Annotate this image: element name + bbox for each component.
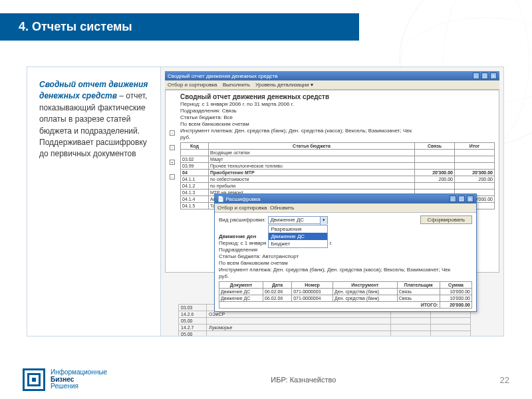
filter-button[interactable]: Отбор и сортировка [168,82,217,88]
slide-footer: Информационные Бизнес Решения ИБР: Казна… [0,368,532,391]
maximize-icon[interactable]: □ [458,196,465,202]
table-row: 03.02Мазут [181,156,495,163]
kind-select[interactable]: Движение ДС ▾ Разрешения Движение ДС Бюд… [268,216,328,224]
th-payer: Плательщик [397,282,440,289]
form-button[interactable]: Сформировать [420,215,472,224]
drilldown-titlebar: 📄 Расшифровка - □ × [215,194,476,203]
logo-line: Бизнес [51,376,74,383]
dd-articles: Статьи бюджета: Автотранспорт [219,253,472,259]
total-row: ИТОГО: 20'000.00 [219,302,472,309]
drilldown-title: Расшифровка [225,196,260,202]
report-unit: руб. [180,134,495,140]
logo-line: Решения [51,382,78,390]
th-date: Дата [263,282,292,289]
run-button[interactable]: Выполнить [223,82,250,88]
report-period: Период: с 1 января 2006 г. по 31 марта 2… [180,101,495,107]
table-row: 04.1.2по прибыли [181,183,495,190]
th-doc: Документ [219,282,263,289]
main-toolbar: Отбор и сортировка Выполнить Уровень дет… [165,80,499,90]
drilldown-window: 📄 Расшифровка - □ × Отбор и сортировка О… [214,194,477,312]
kind-select-value: Движение ДС [270,217,304,223]
table-row: 14.2.7Лукоморье [179,325,471,331]
dd-filter-button[interactable]: Отбор и сортировка [217,205,267,211]
maximize-icon[interactable]: □ [481,72,488,79]
collapse-toggle[interactable]: + [170,160,175,165]
th-total: Итог [455,143,495,150]
detail-dropdown[interactable]: Уровень детализации ▾ [255,82,313,88]
footer-center: ИБР: Казначейство [271,376,336,384]
dd-accounts: По всем банковским счетам [219,260,472,266]
screenshot-column: Сводный отчет движения денежных средств … [160,67,503,336]
table-row: 04Приобретение МТР20'300.0020'300.00 [181,170,495,176]
collapse-toggle[interactable]: - [170,130,175,136]
dd-unit: руб. [219,273,472,279]
th-instr: Инструмент [333,282,397,289]
kind-label: Вид расшифровки: [219,217,265,223]
close-icon[interactable]: × [467,196,473,202]
kind-dropdown-list: Разрешения Движение ДС Бюджет [268,225,328,248]
slide-title: 4. Отчеты системы [19,20,132,34]
kind-option[interactable]: Движение ДС [269,233,327,240]
table-row: Движение ДС06.02.06071-0000004Ден. средс… [219,295,472,302]
drilldown-body: Вид расшифровки: Движение ДС ▾ Разрешени… [215,213,476,311]
tree-outline: - - + - [170,130,175,303]
table-row: Входящие остатки [181,150,495,156]
main-window-titlebar: Сводный отчет движения денежных средств … [165,71,499,80]
report-accounts: По всем банковским счетам [180,121,495,127]
close-icon[interactable]: × [490,72,497,79]
report-title: Сводный отчет движения денежных средств [180,93,495,100]
th-article: Статья бюджета [209,143,415,150]
total-value: 20'000.00 [440,302,471,309]
logo-text: Информационные Бизнес Решения [51,369,107,390]
th-dept: Связь [415,143,455,150]
logo-area: Информационные Бизнес Решения [23,368,107,391]
window-buttons: - □ × [449,196,473,202]
table-row: 04.1.1по себестоимости200.00200.00 [181,176,495,183]
logo-icon [23,368,45,391]
drilldown-toolbar: Отбор и сортировка Обновить [215,203,476,213]
drilldown-table: Документ Дата Номер Инструмент Плательщи… [219,281,472,309]
chevron-down-icon[interactable]: ▾ [320,217,327,225]
dd-dept: Подразделения [219,247,472,253]
table-header-row: Документ Дата Номер Инструмент Плательщи… [219,282,472,289]
report-articles: Статьи бюджета: Все [180,114,495,120]
table-row: 05.00 [179,331,471,336]
table-row: 03.99Прочее технологическое топливо [181,163,495,170]
th-code: Код [181,143,209,150]
collapse-toggle[interactable]: - [170,145,175,150]
page-number: 22 [500,375,509,385]
dd-refresh-button[interactable]: Обновить [270,205,294,211]
report-instrument: Инструмент платежа: Ден. средства (банк)… [180,128,495,134]
total-label: ИТОГО: [219,302,440,309]
slide-title-bar: 4. Отчеты системы [0,13,359,41]
window-buttons: - □ × [472,72,497,79]
description-column: Сводный отчет движения денежных средств … [27,67,160,336]
report-dept: Подразделения: Связь [180,108,495,114]
minimize-icon[interactable]: - [473,72,479,79]
table-row: 05.00 [179,318,471,325]
content-frame: Сводный отчет движения денежных средств … [27,66,504,336]
kind-option[interactable]: Бюджет [269,240,327,247]
description-body: – отчет, показывающий фактические оплаты… [39,91,147,158]
kind-option[interactable]: Разрешения [269,225,327,233]
table-row: 14.2.6ОЭиСР [179,311,471,318]
dd-section-title: Движение ден [219,233,472,239]
th-num: Номер [292,282,333,289]
minimize-icon[interactable]: - [450,196,456,202]
table-header-row: Код Статья бюджета Связь Итог [181,143,495,150]
dd-period: Период: с 1 января 2006 г. по 31 марта 2… [219,240,472,246]
dd-instrument: Инструмент платежа: Ден. средства (банк)… [219,267,472,273]
collapse-toggle[interactable]: - [170,174,175,180]
th-sum: Сумма [440,282,471,289]
main-window-title: Сводный отчет движения денежных средств [168,73,277,79]
logo-line: Информационные [51,368,107,376]
table-row: Движение ДС06.02.06071-0000003Ден. средс… [219,289,472,295]
